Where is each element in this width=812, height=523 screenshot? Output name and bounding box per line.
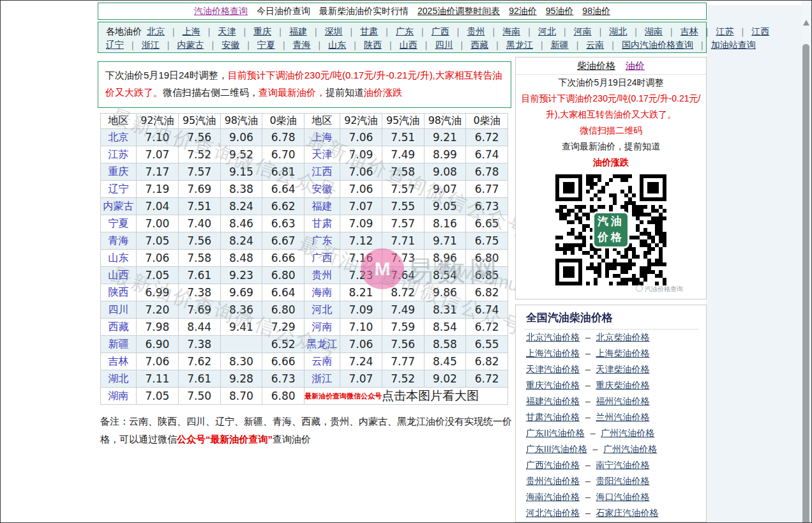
diesel-city-price-link[interactable]: 石家庄汽油价格 (596, 508, 659, 518)
table-header-row: 地区92汽油95汽油98汽油0柴油地区92汽油95汽油98汽油0柴油 (101, 114, 508, 129)
region-link[interactable]: 内蒙古 (177, 40, 204, 50)
region-link[interactable]: 加油站查询 (711, 40, 756, 50)
top-nav-link[interactable]: 98油价 (582, 6, 610, 16)
region-link[interactable]: 黑龙江 (506, 40, 533, 50)
region-link[interactable]: 国内汽油价格查询 (622, 40, 693, 50)
sidebar-link-row: 河北汽油价格 – 石家庄汽油价格 (523, 505, 698, 521)
region-link[interactable]: 浙江 (142, 40, 160, 50)
gasoline-price-link[interactable]: 河北汽油价格 (526, 508, 580, 518)
region-link[interactable]: 贵州 (467, 26, 485, 36)
price-cell: 8.21 (340, 284, 382, 301)
price-cell: 8.96 (424, 250, 466, 267)
top-nav-link[interactable]: 2025油价调整时间表 (417, 6, 500, 16)
region-link[interactable]: 安徽 (222, 40, 239, 50)
diesel-city-price-link[interactable]: 贵阳汽油价格 (596, 476, 650, 486)
region-link[interactable]: 江西 (751, 26, 769, 36)
scroll-up-arrow-icon[interactable] (803, 20, 809, 26)
region-link[interactable]: 天津 (218, 26, 236, 36)
price-cell: 6.80 (466, 250, 508, 267)
top-nav-link[interactable]: 92油价 (509, 6, 537, 16)
region-link[interactable]: 河南 (574, 26, 592, 36)
region-link[interactable]: 吉林 (680, 26, 698, 36)
top-nav-link[interactable]: 95油价 (546, 6, 574, 16)
diesel-city-price-link[interactable]: 重庆柴油价格 (596, 380, 650, 390)
price-cell: 7.69 (178, 301, 220, 319)
price-cell: 6.80 (262, 267, 304, 284)
region-link[interactable]: 西藏 (470, 40, 488, 50)
table-row: 湖北7.117.619.286.73浙江7.077.529.026.72 (101, 370, 508, 388)
gasoline-price-link[interactable]: 海南汽油价格 (526, 492, 580, 502)
sidebar-link-row: 甘肃汽油价格 – 兰州汽油价格 (523, 409, 698, 425)
price-cell: 8.54 (424, 267, 466, 284)
region-link[interactable]: 湖北 (609, 26, 627, 36)
gasoline-price-link[interactable]: 贵州汽油价格 (526, 476, 580, 486)
page: 汽油价格查询今日油价查询最新柴油油价实时行情2025油价调整时间表92油价95油… (0, 0, 812, 523)
table-row: 新疆6.907.386.52黑龙江7.067.568.586.55 (101, 336, 508, 353)
region-link[interactable]: 深圳 (325, 26, 343, 36)
price-cell: 6.65 (466, 215, 508, 232)
diesel-city-price-link[interactable]: 福州汽油价格 (596, 396, 650, 406)
gasoline-price-link[interactable]: 广东II汽油价格 (526, 428, 585, 438)
top-nav-link[interactable]: 汽油价格查询 (194, 6, 248, 16)
region-link[interactable]: 湖南 (645, 26, 663, 36)
diesel-city-price-link[interactable]: 南宁汽油价格 (596, 460, 650, 470)
diesel-price-link[interactable]: 柴油价格 (577, 60, 615, 71)
diesel-city-price-link[interactable]: 广州汽油价格 (603, 444, 657, 454)
region-cell: 山西 (101, 267, 137, 284)
diesel-city-price-link[interactable]: 北京柴油价格 (596, 332, 650, 342)
separator: ｜ (280, 40, 289, 50)
gasoline-price-link[interactable]: 甘肃汽油价格 (526, 412, 580, 422)
gasoline-price-link[interactable]: 广东III汽油价格 (526, 444, 587, 454)
region-link[interactable]: 陕西 (364, 40, 382, 50)
region-link[interactable]: 青海 (293, 40, 311, 50)
price-table-image[interactable]: 地区92汽油95汽油98汽油0柴油地区92汽油95汽油98汽油0柴油北京7.10… (100, 113, 509, 405)
region-cell: 陕西 (101, 284, 137, 301)
scrollbar[interactable] (801, 1, 811, 522)
region-link[interactable]: 宁夏 (257, 40, 275, 50)
separator: ｜ (276, 26, 285, 36)
price-cell: 8.24 (220, 232, 262, 250)
price-table-header: 地区 (101, 114, 137, 129)
region-link[interactable]: 甘肃 (360, 26, 378, 36)
gasoline-price-link[interactable]: 福建汽油价格 (526, 396, 580, 406)
region-link[interactable]: 上海 (183, 26, 200, 36)
region-link[interactable]: 辽宁 (106, 40, 124, 50)
gasoline-price-link[interactable]: 天津汽油价格 (526, 364, 580, 374)
region-link[interactable]: 江苏 (716, 26, 734, 36)
dash-separator: – (583, 348, 593, 358)
region-link[interactable]: 河北 (538, 26, 556, 36)
scrollbar-thumb[interactable] (802, 44, 809, 523)
diesel-city-price-link[interactable]: 海口汽油价格 (596, 492, 650, 502)
price-cell: 6.55 (466, 336, 508, 353)
region-link[interactable]: 山西 (400, 40, 417, 50)
gasoline-price-link[interactable]: 重庆汽油价格 (526, 380, 580, 390)
region-link[interactable]: 云南 (586, 40, 604, 50)
region-link[interactable]: 广东 (396, 26, 414, 36)
table-row: 西藏7.988.449.417.29河南7.107.598.546.72 (101, 319, 508, 336)
region-link[interactable]: 福建 (289, 26, 307, 36)
diesel-city-price-link[interactable]: 广州汽油价格 (601, 428, 654, 438)
price-cell: 7.57 (382, 181, 424, 198)
region-link[interactable]: 广西 (432, 26, 449, 36)
price-cell: 7.10 (137, 129, 179, 146)
price-cell: 7.05 (137, 267, 179, 284)
oil-price-link[interactable]: 油价 (626, 60, 645, 71)
region-link[interactable]: 四川 (435, 40, 453, 50)
gasoline-price-link[interactable]: 广西汽油价格 (526, 460, 580, 470)
price-cell: 9.71 (424, 232, 466, 250)
region-link[interactable]: 北京 (147, 26, 165, 36)
region-link[interactable]: 山东 (328, 40, 346, 50)
region-nav: 各地油价北京｜上海｜天津｜重庆｜福建｜深圳｜甘肃｜广东｜广西｜贵州｜海南｜河北｜… (98, 22, 707, 53)
gasoline-price-link[interactable]: 北京汽油价格 (526, 332, 580, 342)
diesel-city-price-link[interactable]: 天津柴油价格 (596, 364, 650, 374)
dash-separator: – (583, 476, 593, 486)
diesel-city-price-link[interactable]: 兰州汽油价格 (596, 412, 650, 422)
price-cell: 7.07 (137, 146, 179, 163)
table-row: 北京7.107.569.066.78上海7.067.519.216.72 (101, 129, 508, 146)
gasoline-price-link[interactable]: 上海汽油价格 (526, 348, 580, 358)
price-cell: 7.62 (178, 353, 220, 370)
region-link[interactable]: 重庆 (253, 26, 271, 36)
region-link[interactable]: 海南 (502, 26, 520, 36)
diesel-city-price-link[interactable]: 上海柴油价格 (596, 348, 650, 358)
region-link[interactable]: 新疆 (551, 40, 569, 50)
